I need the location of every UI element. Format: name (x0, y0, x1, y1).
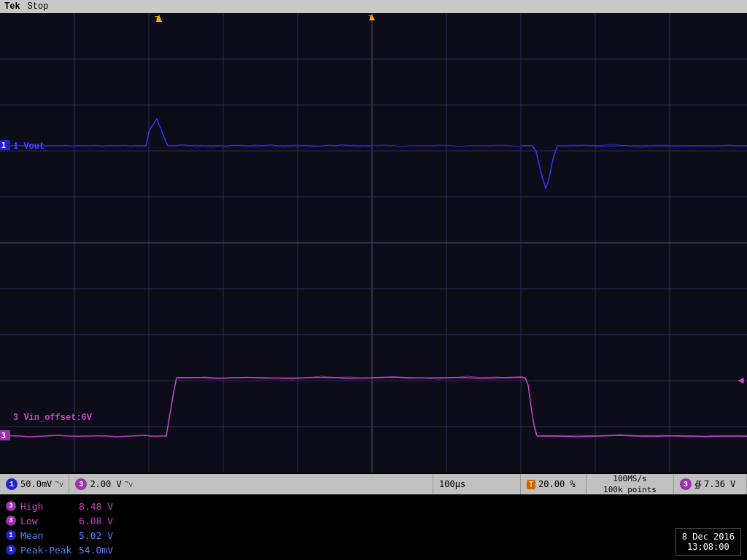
time-display: 13:08:00 (682, 542, 735, 552)
mean-measurement: 1 Mean 5.02 V (0, 528, 569, 542)
brand-logo: Tek (4, 1, 20, 12)
waveform-area: T 1 3 1 Vout 3 Vin_offset:6V ◄ T (0, 13, 747, 472)
peakpeak-label: Peak-Peak (20, 545, 79, 556)
top-bar: Tek Stop (0, 0, 747, 13)
ch3-freq-badge: 3 (680, 478, 692, 490)
ch3-right-marker: ◄ (738, 375, 744, 386)
ch3-label: 3 Vin_offset:6V (13, 413, 92, 423)
ch3-scale-value: 2.00 V (90, 479, 121, 489)
ch3-meas-badge: 3 (6, 501, 16, 511)
freq-icon: ∯ (694, 479, 701, 490)
mean-label: Mean (20, 530, 79, 541)
ch3-coupling-icon: ~V (125, 479, 133, 489)
svg-text:1: 1 (1, 141, 6, 149)
duty-badge: T (527, 480, 535, 489)
mean-value: 5.02 V (79, 530, 113, 541)
ch1-scale-value: 50.0mV (20, 479, 52, 489)
status-bar: 1 50.0mV ~V 3 2.00 V ~V 100µs T 20.00 % … (0, 474, 747, 494)
run-status: Stop (28, 1, 49, 12)
datetime-box: 8 Dec 2016 13:08:00 (676, 528, 741, 556)
timebase-value: 100µs (439, 479, 465, 489)
date-display: 8 Dec 2016 (682, 532, 735, 542)
record-length: 100k points (603, 485, 657, 494)
ch3-freq-section[interactable]: 3 ∯ 7.36 V (674, 474, 747, 494)
low-value: 6.08 V (79, 516, 113, 526)
duty-value: 20.00 % (538, 479, 576, 489)
ch1-coupling-icon: ~V (55, 479, 63, 489)
sample-rate-value: 100MS/s (613, 474, 646, 483)
low-label: Low (20, 516, 79, 526)
ch1-badge: 1 (6, 478, 18, 490)
high-label: High (20, 501, 79, 512)
ch1-meas-badge2: 1 (6, 545, 16, 555)
low-measurement: 3 Low 6.08 V (0, 513, 569, 528)
peakpeak-measurement: 1 Peak-Peak 54.0mV (0, 542, 569, 557)
peakpeak-value: 54.0mV (79, 545, 113, 556)
ch1-scale-section[interactable]: 1 50.0mV ~V (0, 474, 69, 494)
ch1-meas-badge: 1 (6, 530, 16, 540)
oscilloscope-display: Tek Stop (0, 0, 747, 560)
duty-section[interactable]: T 20.00 % (521, 474, 587, 494)
high-value: 8.48 V (79, 501, 113, 512)
ch3-meas-badge2: 3 (6, 516, 16, 526)
svg-text:T: T (368, 15, 373, 22)
sample-rate-section[interactable]: 100MS/s 100k points (587, 474, 674, 494)
measurements-bar: 3 High 8.48 V 3 Low 6.08 V 1 Mean 5.02 V… (0, 496, 569, 560)
grid-svg: T 1 3 (0, 13, 747, 472)
freq-value: 7.36 V (704, 479, 735, 489)
trigger-t-marker: T (155, 15, 160, 24)
timebase-section[interactable]: 100µs (433, 474, 521, 494)
ch3-badge: 3 (75, 478, 87, 490)
ch3-scale-section[interactable]: 3 2.00 V ~V (69, 474, 433, 494)
high-measurement: 3 High 8.48 V (0, 499, 569, 513)
svg-text:3: 3 (1, 432, 6, 440)
ch1-label: 1 Vout (13, 141, 44, 152)
